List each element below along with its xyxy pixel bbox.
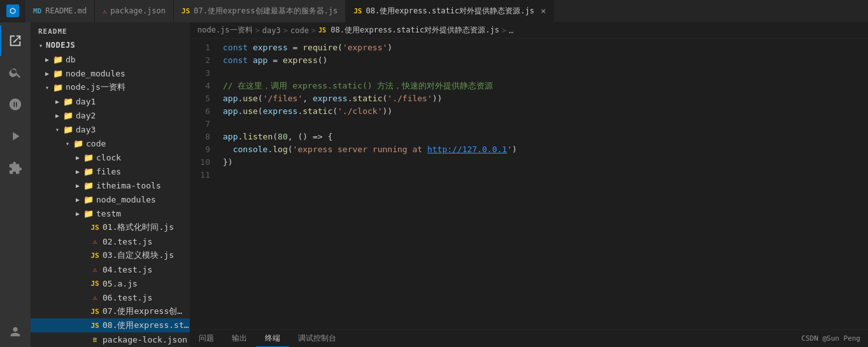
f01-label: 01.格式化时间.js — [103, 222, 174, 233]
line-num-6: 6 — [190, 105, 218, 118]
panel-tab-terminal[interactable]: 终端 — [256, 330, 289, 347]
f03-label: 03.自定义模块.js — [103, 250, 174, 261]
code-line-10: 10 }) — [190, 156, 868, 169]
js-icon-f08: JS — [89, 322, 101, 330]
bottom-panel: 问题 输出 终端 调试控制台 CSDN @Sun Peng — [190, 329, 868, 347]
folder-icon-day2: 📁 — [62, 111, 74, 120]
tree-f03[interactable]: ▶ JS 03.自定义模块.js — [31, 248, 190, 262]
tab-icon-js-07: JS — [181, 7, 190, 15]
line-num-1: 1 — [190, 41, 218, 54]
tree-f04[interactable]: ▶ ⚠ 04.test.js — [31, 262, 190, 276]
breadcrumb-part1: node.js一资料 — [197, 25, 253, 36]
files-label: files — [96, 167, 121, 176]
breadcrumb-part4: JS 08.使用express.static对外提供静态资源.js — [318, 25, 499, 36]
line-num-3: 3 — [190, 67, 218, 80]
activity-debug[interactable] — [0, 121, 31, 152]
nm-arrow: ▶ — [42, 70, 52, 77]
pkg-lock-label: package-lock.json — [103, 335, 187, 344]
tab-readme[interactable]: MD README.md — [25, 0, 95, 22]
tree-f01[interactable]: ▶ JS 01.格式化时间.js — [31, 220, 190, 234]
db-arrow: ▶ — [42, 56, 52, 63]
tree-clock[interactable]: ▶ 📁 clock — [31, 150, 190, 164]
folder-icon-itheima: 📁 — [83, 181, 94, 190]
editor-area: node.js一资料 > day3 > code > JS 08.使用expre… — [190, 22, 868, 347]
tree-root-nodejs[interactable]: ▾ NODEJS — [31, 38, 190, 52]
line-content-5: app.use('/files', express.static('./file… — [218, 92, 868, 105]
code-line-6: 6 app.use(express.static('./clock')) — [190, 105, 868, 118]
day1-arrow: ▶ — [52, 98, 62, 105]
tab-file07[interactable]: JS 07.使用express创建最基本的服务器.js — [174, 0, 346, 22]
activity-explorer[interactable] — [0, 25, 31, 56]
breadcrumb-sep4: > — [502, 26, 506, 35]
breadcrumb-ellipsis: … — [509, 26, 513, 35]
code-editor[interactable]: 1 const express = require('express') 2 c… — [190, 39, 868, 329]
tab-icon-md: MD — [33, 7, 41, 15]
json-lock-icon: ≡ — [89, 336, 101, 344]
panel-right-text: CSDN @Sun Peng — [801, 334, 868, 343]
test-icon-f04: ⚠ — [89, 266, 101, 274]
tree-f07[interactable]: ▶ JS 07.使用express创建最基本的服务器.js — [31, 304, 190, 318]
activity-extensions[interactable] — [0, 153, 31, 183]
tab-label-08: 08.使用express.static对外提供静态资源.js — [366, 6, 534, 17]
tree-f08[interactable]: ▶ JS 08.使用express.static对外提供静态资源.js — [31, 318, 190, 332]
line-content-10: }) — [218, 156, 868, 169]
testm-label: testm — [96, 209, 121, 218]
f07-label: 07.使用express创建最基本的服务器.js — [103, 306, 190, 317]
panel-tab-problems[interactable]: 问题 — [190, 330, 223, 347]
itheima-label: itheima-tools — [96, 181, 161, 190]
folder-icon-files: 📁 — [83, 167, 94, 176]
tab-close-08[interactable]: × — [541, 6, 546, 16]
activity-search[interactable] — [0, 57, 31, 88]
breadcrumb-part2: day3 — [262, 26, 281, 35]
app-icon-area: ⬡ — [0, 4, 25, 17]
line-content-4: // 在这里，调用 express.static() 方法，快速的对外提供静态资… — [218, 80, 868, 92]
activity-git[interactable] — [0, 89, 31, 120]
tree-node-modules2[interactable]: ▶ 📁 node_modules — [31, 192, 190, 206]
line-num-11: 11 — [190, 169, 218, 181]
tree-day3[interactable]: ▾ 📁 day3 — [31, 122, 190, 136]
code-arrow: ▾ — [62, 140, 73, 147]
breadcrumb-sep3: > — [311, 26, 316, 35]
line-content-9: console.log('express server running at h… — [218, 143, 868, 156]
tree-nodejs-resource[interactable]: ▾ 📁 node.js一资料 — [31, 80, 190, 94]
panel-tab-debug-console[interactable]: 调试控制台 — [289, 330, 345, 347]
nm2-label: node_modules — [96, 195, 156, 204]
panel-tab-output[interactable]: 输出 — [223, 330, 256, 347]
tree-code[interactable]: ▾ 📁 code — [31, 136, 190, 150]
breadcrumb: node.js一资料 > day3 > code > JS 08.使用expre… — [190, 22, 868, 39]
nm-label: node_modules — [66, 69, 125, 78]
breadcrumb-sep1: > — [255, 26, 260, 35]
folder-icon-code: 📁 — [73, 139, 84, 148]
tree-testm[interactable]: ▶ 📁 testm — [31, 206, 190, 220]
tab-icon-err: ⚠ — [103, 8, 106, 15]
resource-label: node.js一资料 — [66, 81, 125, 93]
root-label: NODEJS — [46, 41, 75, 50]
tree-f06[interactable]: ▶ ⚠ 06.test.js — [31, 290, 190, 304]
tree-day1[interactable]: ▶ 📁 day1 — [31, 94, 190, 108]
activity-accounts[interactable] — [0, 316, 31, 347]
js-icon-f05: JS — [89, 280, 101, 288]
tab-file08[interactable]: JS 08.使用express.static对外提供静态资源.js × — [346, 0, 554, 22]
tree-db[interactable]: ▶ 📁 db — [31, 52, 190, 66]
tree-pkg-lock[interactable]: ▶ ≡ package-lock.json — [31, 332, 190, 346]
day2-arrow: ▶ — [52, 112, 62, 119]
breadcrumb-part3: code — [290, 26, 309, 35]
folder-icon-nm2: 📁 — [83, 195, 94, 204]
line-content-2: const app = express() — [218, 54, 868, 67]
line-content-8: app.listen(80, () => { — [218, 131, 868, 143]
tree-day2[interactable]: ▶ 📁 day2 — [31, 108, 190, 122]
code-line-9: 9 console.log('express server running at… — [190, 143, 868, 156]
tab-label-07: 07.使用express创建最基本的服务器.js — [194, 6, 338, 17]
tree-itheima-tools[interactable]: ▶ 📁 itheima-tools — [31, 178, 190, 192]
js-icon-f01: JS — [89, 223, 101, 232]
tree-f02[interactable]: ▶ ⚠ 02.test.js — [31, 234, 190, 248]
resource-arrow: ▾ — [42, 84, 52, 91]
js-icon-f03: JS — [89, 251, 101, 260]
sidebar-title: readme — [31, 22, 190, 38]
tree-files[interactable]: ▶ 📁 files — [31, 164, 190, 178]
tab-package-json[interactable]: ⚠ package.json — [95, 0, 174, 22]
f05-label: 05.a.js — [103, 279, 138, 288]
tree-f05[interactable]: ▶ JS 05.a.js — [31, 276, 190, 290]
tree-node-modules-root[interactable]: ▶ 📁 node_modules — [31, 66, 190, 80]
folder-icon-testm: 📁 — [83, 209, 94, 218]
